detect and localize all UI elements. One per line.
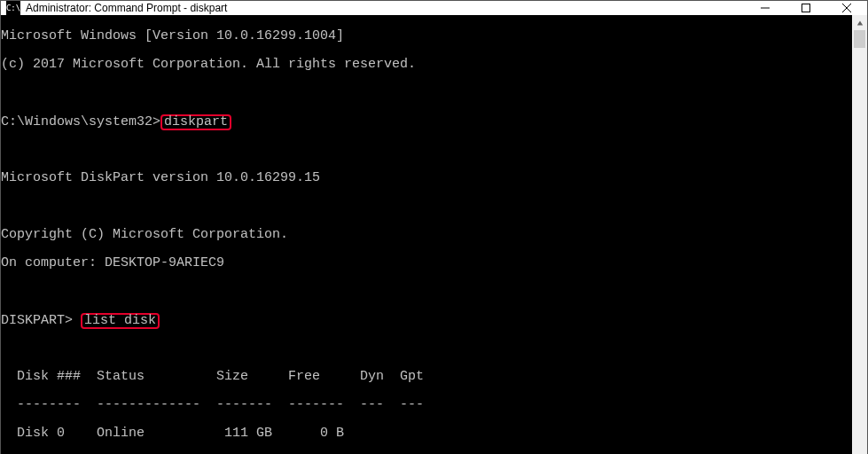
- cmd-icon-text: C:\: [6, 4, 20, 12]
- output-line: [1, 285, 852, 299]
- output-line: Microsoft DiskPart version 10.0.16299.15: [1, 171, 852, 185]
- command-prompt-window: C:\ Administrator: Command Prompt - disk…: [0, 0, 868, 454]
- window-title: Administrator: Command Prompt - diskpart: [26, 2, 745, 14]
- command-highlight: diskpart: [160, 114, 231, 130]
- cmd-icon: C:\: [6, 1, 20, 15]
- output-line: Microsoft Windows [Version 10.0.16299.10…: [1, 29, 852, 43]
- close-button[interactable]: [826, 1, 867, 15]
- table-row: Disk 0 Online 111 GB 0 B: [1, 427, 852, 441]
- output-line: [1, 200, 852, 214]
- output-line: [1, 86, 852, 100]
- prompt-line: DISKPART> list disk: [1, 313, 852, 327]
- table-header: Disk ### Status Size Free Dyn Gpt: [1, 370, 852, 384]
- command-highlight: list disk: [81, 313, 160, 329]
- minimize-button[interactable]: [745, 1, 786, 15]
- window-controls: [745, 1, 867, 15]
- titlebar[interactable]: C:\ Administrator: Command Prompt - disk…: [1, 1, 867, 15]
- svg-rect-1: [802, 4, 810, 12]
- client-area: Microsoft Windows [Version 10.0.16299.10…: [1, 15, 867, 454]
- output-line: On computer: DESKTOP-9ARIEC9: [1, 256, 852, 270]
- scroll-up-button[interactable]: [852, 15, 867, 30]
- table-divider: -------- ------------- ------- ------- -…: [1, 398, 852, 412]
- output-line: [1, 341, 852, 356]
- output-line: [1, 143, 852, 157]
- prompt-prefix: C:\Windows\system32>: [1, 114, 160, 129]
- vertical-scrollbar[interactable]: [852, 15, 867, 454]
- prompt-line: C:\Windows\system32>diskpart: [1, 114, 852, 129]
- maximize-button[interactable]: [786, 1, 826, 15]
- terminal-output[interactable]: Microsoft Windows [Version 10.0.16299.10…: [1, 15, 852, 454]
- output-line: Copyright (C) Microsoft Corporation.: [1, 228, 852, 242]
- prompt-prefix: DISKPART>: [1, 313, 81, 328]
- svg-marker-4: [856, 20, 862, 25]
- scroll-track[interactable]: [852, 30, 867, 454]
- scroll-thumb[interactable]: [854, 30, 865, 48]
- output-line: (c) 2017 Microsoft Corporation. All righ…: [1, 58, 852, 72]
